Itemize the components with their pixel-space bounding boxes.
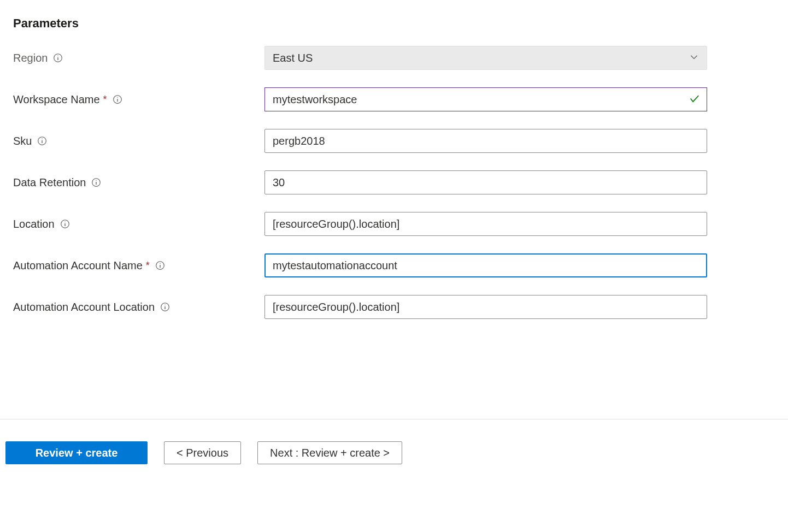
label-automation-account-name-text: Automation Account Name [13, 259, 143, 272]
previous-button[interactable]: < Previous [164, 441, 241, 464]
label-location: Location [13, 218, 264, 230]
label-workspace-name: Workspace Name * [13, 93, 264, 106]
row-workspace-name: Workspace Name * [13, 87, 775, 111]
label-data-retention: Data Retention [13, 176, 264, 189]
automation-account-location-input[interactable] [264, 295, 707, 319]
section-title: Parameters [13, 16, 775, 31]
data-retention-input[interactable] [264, 170, 707, 194]
required-asterisk: * [146, 260, 150, 271]
label-automation-account-location-text: Automation Account Location [13, 301, 155, 314]
svg-point-17 [160, 263, 160, 264]
label-automation-account-location: Automation Account Location [13, 301, 264, 314]
sku-input[interactable] [264, 129, 707, 153]
footer-bar: Review + create < Previous Next : Review… [0, 419, 788, 477]
location-input[interactable] [264, 212, 707, 236]
region-dropdown[interactable]: East US [264, 46, 707, 70]
label-sku-text: Sku [13, 135, 32, 147]
svg-point-20 [164, 305, 165, 305]
info-icon[interactable] [155, 261, 165, 270]
label-region-text: Region [13, 52, 48, 64]
info-icon[interactable] [37, 136, 47, 146]
review-create-button[interactable]: Review + create [5, 441, 148, 464]
checkmark-icon [689, 93, 701, 107]
label-workspace-name-text: Workspace Name [13, 93, 100, 106]
info-icon[interactable] [113, 94, 122, 104]
svg-point-5 [117, 97, 117, 98]
info-icon[interactable] [60, 219, 70, 229]
svg-point-14 [64, 222, 65, 222]
next-button[interactable]: Next : Review + create > [257, 441, 402, 464]
row-data-retention: Data Retention [13, 170, 775, 194]
row-automation-account-name: Automation Account Name * [13, 253, 775, 277]
label-data-retention-text: Data Retention [13, 176, 86, 189]
info-icon[interactable] [53, 53, 63, 63]
workspace-name-input[interactable] [264, 87, 707, 111]
svg-point-11 [96, 180, 97, 181]
row-region: Region East US [13, 46, 775, 70]
label-sku: Sku [13, 135, 264, 147]
region-dropdown-value: East US [273, 52, 313, 64]
svg-point-8 [42, 139, 43, 139]
row-automation-account-location: Automation Account Location [13, 295, 775, 319]
info-icon[interactable] [160, 302, 170, 312]
info-icon[interactable] [91, 178, 101, 187]
label-automation-account-name: Automation Account Name * [13, 259, 264, 272]
required-asterisk: * [103, 94, 107, 105]
svg-point-2 [58, 56, 58, 56]
label-location-text: Location [13, 218, 55, 230]
row-location: Location [13, 212, 775, 236]
row-sku: Sku [13, 129, 775, 153]
automation-account-name-input[interactable] [264, 253, 707, 277]
chevron-down-icon [689, 52, 699, 64]
label-region: Region [13, 52, 264, 64]
